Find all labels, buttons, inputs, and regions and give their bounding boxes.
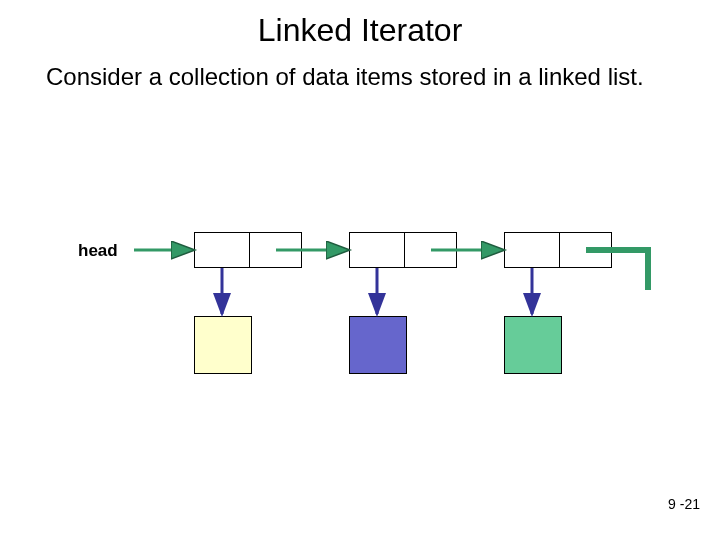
slide-title: Linked Iterator bbox=[0, 12, 720, 49]
list-node-3 bbox=[504, 232, 612, 268]
slide-body-text: Consider a collection of data items stor… bbox=[46, 62, 646, 92]
data-box-2 bbox=[349, 316, 407, 374]
node-divider bbox=[559, 233, 560, 267]
data-box-3 bbox=[504, 316, 562, 374]
data-box-1 bbox=[194, 316, 252, 374]
page-number: 9 -21 bbox=[668, 496, 700, 512]
list-node-2 bbox=[349, 232, 457, 268]
node-divider bbox=[249, 233, 250, 267]
head-label: head bbox=[78, 241, 118, 261]
node-divider bbox=[404, 233, 405, 267]
list-node-1 bbox=[194, 232, 302, 268]
